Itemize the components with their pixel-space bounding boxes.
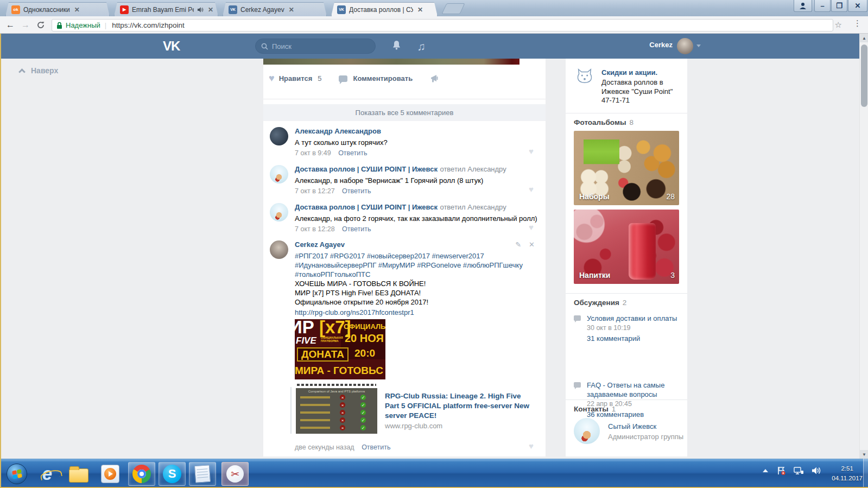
address-bar[interactable]: Надежный | https://vk.com/izhpoint [52,19,833,31]
discussion-item[interactable]: Условия доставки и оплаты 30 окт в 10:19… [574,314,680,343]
start-button[interactable] [3,462,30,486]
comment-author-link[interactable]: Cerkez Agayev [295,240,345,249]
tab-dostavka-active[interactable]: VK Доставка роллов | СУШ ✕ [331,2,438,16]
comment-bubble-icon[interactable] [339,75,347,82]
header-avatar[interactable] [677,38,693,54]
notifications-bell-icon[interactable] [392,40,401,53]
comment-like-heart-icon[interactable]: ♥ [529,223,534,232]
browser-menu-icon[interactable]: ⋮ [853,18,861,28]
tab-audio-icon[interactable] [197,7,204,13]
minimize-button[interactable]: – [814,0,831,12]
attached-banner-image[interactable]: ИР [x7] ОФИЦИАЛЬ FIVE ОФИЦИАЛЬНАЯ ПЛАТФО… [295,319,385,379]
show-hidden-icons-arrow[interactable] [762,468,769,473]
like-heart-icon[interactable]: ♥ [269,73,275,84]
reply-link[interactable]: Ответить [342,225,371,233]
comment-item: Доставка роллов | СУШИ POINT | Ижевск от… [263,164,546,195]
show-desktop-button[interactable] [863,459,868,488]
link-preview-thumbnail[interactable]: Comparison of Java and PTS platforms ×✓ … [296,383,377,434]
vk-logo[interactable]: VK [163,39,180,54]
tab-close-icon[interactable]: ✕ [208,6,213,14]
post-photo-bottom-edge[interactable] [263,59,519,65]
volume-icon[interactable] [812,466,821,475]
avatar[interactable] [270,203,288,221]
scroll-down-arrow[interactable]: ▼ [860,450,868,459]
comment-author-link[interactable]: Доставка роллов | СУШИ POINT | Ижевск [295,165,438,173]
link-preview-url[interactable]: www.rpg-club.com [385,422,442,430]
discussions-count: 2 [623,299,627,307]
taskbar-clock[interactable]: 2:51 04.11.2017 [832,464,863,483]
taskbar-notepad[interactable] [189,462,216,486]
discussion-title-link[interactable]: FAQ - Ответы на самые задаваемые вопросы [587,381,671,399]
bookmark-star-icon[interactable]: ☆ [835,20,842,30]
discussion-title-link[interactable]: Условия доставки и оплаты [587,314,680,323]
share-megaphone-icon[interactable] [430,74,440,83]
tab-close-icon[interactable]: ✕ [289,6,294,14]
edit-pencil-icon[interactable]: ✎ [515,240,521,249]
comment-author-link[interactable]: Доставка роллов | СУШИ POINT | Ижевск [295,203,438,211]
taskbar-internet-explorer[interactable]: e [34,462,61,486]
browser-profile-button[interactable] [794,0,812,12]
security-label[interactable]: Надежный [66,21,100,29]
comment-like-heart-icon[interactable]: ♥ [529,185,534,194]
show-all-comments-button[interactable]: Показать все 5 комментариев [263,104,546,121]
url-text[interactable]: https://vk.com/izhpoint [112,21,185,29]
taskbar-skype[interactable]: S [159,462,186,486]
discussion-comments-link[interactable]: 31 комментарий [587,334,680,343]
tab-odnoklassniki[interactable]: ok Одноклассники ✕ [5,2,110,16]
tab-cerkez[interactable]: VK Cerkez Agayev ✕ [223,2,327,16]
scrollbar-thumb[interactable] [861,45,867,107]
contact-name-link[interactable]: Сытый Ижевск [608,422,656,430]
tab-youtube[interactable]: ▶ Emrah Bayam Emi Pe ✕ [114,2,218,16]
reply-link[interactable]: Ответить [342,187,371,195]
discussions-header[interactable]: Обсуждения2 [574,299,626,307]
external-link[interactable]: http://rpg-club.org/ns2017hfcontestpr1 [295,308,546,317]
action-center-flag-icon[interactable]: × [776,466,786,476]
header-username[interactable]: Cerkez [649,41,673,49]
comment-like-heart-icon[interactable]: ♥ [529,147,534,156]
like-button[interactable]: Нравится [279,74,313,83]
avatar[interactable] [270,165,288,183]
maximize-button[interactable]: ❐ [831,0,847,12]
comment-button[interactable]: Комментировать [353,74,413,83]
contacts-header[interactable]: Контакты1 [574,405,616,413]
network-icon[interactable] [794,466,804,476]
like-count[interactable]: 5 [318,74,321,83]
music-icon[interactable]: ♫ [417,40,426,53]
reply-link[interactable]: Ответить [362,443,390,451]
albums-count: 8 [629,118,633,126]
avatar[interactable] [270,127,288,145]
contact-avatar[interactable] [574,418,600,444]
album-nabory[interactable]: Наборы 28 [574,131,679,205]
refresh-button[interactable] [34,18,48,32]
scroll-up-arrow[interactable]: ▲ [860,34,868,42]
chevron-down-icon[interactable] [696,45,701,47]
album-napitki[interactable]: Напитки 3 [574,210,679,284]
comment-like-heart-icon[interactable]: ♥ [529,441,534,451]
hashtags-line[interactable]: #РПГ2017 #RPG2017 #новыйсервер2017 #news… [295,251,546,261]
search-box[interactable] [255,39,376,54]
close-button[interactable]: ✕ [848,0,867,12]
taskbar-media-player[interactable] [97,462,124,486]
new-tab-button[interactable] [441,3,465,14]
hashtags-line[interactable]: #толькоРПГтолькоПТС [295,270,546,279]
vk-dog-icon [575,67,594,86]
tab-close-icon[interactable]: ✕ [417,6,423,14]
search-input[interactable] [272,42,359,50]
promo-title-link[interactable]: Скидки и акции. [601,68,657,77]
avatar[interactable] [270,240,288,259]
hashtags-line[interactable]: #ИдунановыйсерверРПГ #МируМИР #RPGonelov… [295,261,546,270]
forward-button[interactable]: → [18,18,33,32]
back-to-top-link[interactable]: Наверх [20,66,58,75]
back-button[interactable]: ← [3,18,17,32]
delete-x-icon[interactable]: ✕ [529,240,535,249]
page-scrollbar[interactable]: ▲ ▼ [859,34,868,459]
comment-author-link[interactable]: Александр Александров [295,127,381,135]
comment-time: 7 окт в 9:49 [295,149,331,157]
link-preview-title[interactable]: RPG-Club Russia: Lineage 2. High Five Pa… [385,391,537,421]
taskbar-explorer[interactable] [65,462,92,486]
taskbar-snipping-tool[interactable]: ✂ [221,462,249,486]
photo-albums-header[interactable]: Фотоальбомы8 [574,118,633,126]
reply-link[interactable]: Ответить [338,149,367,157]
taskbar-chrome[interactable] [128,462,155,486]
tab-close-icon[interactable]: ✕ [74,6,80,14]
